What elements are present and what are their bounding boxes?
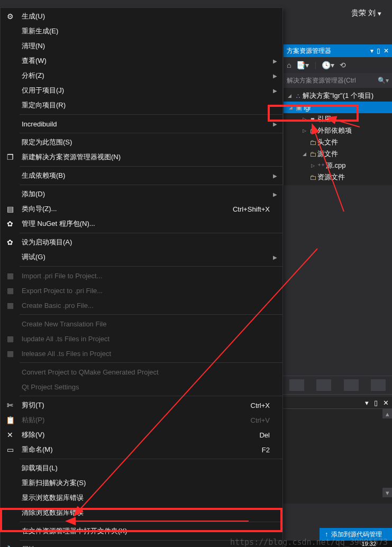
- panel-pin-icon[interactable]: ▯: [377, 47, 380, 54]
- menu-separator: [20, 233, 282, 233]
- menu-item-label: 生成(U): [22, 12, 270, 21]
- tree-expander-icon[interactable]: ◢: [287, 105, 294, 110]
- tool-tab-1[interactable]: [289, 379, 304, 391]
- menu-item-label: 清理(N): [22, 41, 270, 51]
- submenu-arrow-icon: ▶: [273, 173, 277, 179]
- menu-item-label: 仅用于项目(J): [22, 86, 270, 95]
- menu-item[interactable]: 卸载项目(L): [1, 461, 282, 476]
- tree-row[interactable]: ▷■引用: [284, 113, 392, 125]
- menu-item[interactable]: 在文件资源管理器中打开文件夹(X): [1, 524, 282, 539]
- menu-item-label: 生成依赖项(B): [22, 171, 270, 180]
- menu-item-label: 查看(W): [22, 56, 270, 66]
- menu-item-icon: ✄: [5, 401, 15, 409]
- panel-dropdown-icon[interactable]: ▾: [365, 399, 369, 407]
- submenu-arrow-icon: ▶: [273, 73, 277, 79]
- tree-row[interactable]: ▷🗀外部依赖项: [284, 125, 392, 136]
- tree-node-icon: ⁺⁺: [316, 162, 326, 170]
- menu-item[interactable]: ✿设为启动项目(A): [1, 235, 282, 250]
- tool-tab-4[interactable]: [371, 379, 386, 391]
- collapse-icon[interactable]: 📑▾: [296, 61, 309, 69]
- menu-item-label: 新建解决方案资源管理器视图(N): [22, 152, 270, 162]
- menu-item-label: Convert Project to QMake Generated Proje…: [22, 368, 270, 376]
- tree-expander-icon[interactable]: ◢: [300, 151, 308, 157]
- menu-item[interactable]: 添加(D)▶: [1, 187, 282, 202]
- menu-item-icon: ▭: [5, 445, 15, 454]
- tree-node-label: 解决方案"lgr"(1 个项目): [303, 91, 373, 101]
- menu-item-icon: ▦: [5, 334, 15, 343]
- menu-item-icon: ▦: [5, 301, 15, 309]
- home-icon[interactable]: ⌂: [287, 61, 291, 69]
- menu-item[interactable]: 仅用于项目(J)▶: [1, 83, 282, 98]
- tree-node-icon: 🗀: [308, 174, 317, 181]
- submenu-arrow-icon: ▶: [273, 254, 277, 260]
- menu-item[interactable]: 重新生成(E): [1, 24, 282, 39]
- menu-separator: [20, 166, 282, 167]
- panel-dropdown-icon[interactable]: ▾: [370, 47, 373, 54]
- menu-separator: [20, 314, 282, 315]
- sync-icon[interactable]: ⟲: [340, 61, 346, 69]
- tool-tab-3[interactable]: [344, 379, 359, 391]
- menu-item[interactable]: ✕移除(V)Del: [1, 427, 282, 442]
- tree-expander-icon[interactable]: ◢: [286, 93, 293, 98]
- tree-row[interactable]: ◢▣lgr: [284, 102, 392, 113]
- scroll-up-button[interactable]: ▴: [382, 409, 392, 418]
- menu-item-icon: ✕: [5, 431, 15, 439]
- tree-row[interactable]: 🗀资源文件: [284, 171, 392, 183]
- solution-explorer-header[interactable]: 方案资源管理器 ▾ ▯ ✕: [284, 44, 392, 57]
- menu-item[interactable]: 生成依赖项(B)▶: [1, 168, 282, 183]
- menu-item[interactable]: 重定向项目(R): [1, 98, 282, 113]
- menu-item[interactable]: Incredibuild▶: [1, 116, 282, 131]
- tool-tab-2[interactable]: [316, 379, 331, 391]
- panel-close-icon[interactable]: ✕: [383, 399, 389, 407]
- menu-item-label: 重定向项目(R): [22, 101, 270, 110]
- menu-item[interactable]: 查看(W)▶: [1, 53, 282, 68]
- menu-item-label: 设为启动项目(A): [22, 238, 270, 247]
- submenu-arrow-icon: ▶: [273, 192, 277, 197]
- menu-separator: [20, 266, 282, 267]
- menu-item[interactable]: ✄剪切(T)Ctrl+X: [1, 398, 282, 413]
- tree-row[interactable]: ▷⁺⁺源.cpp: [284, 160, 392, 171]
- menu-item-icon: ▦: [5, 286, 15, 295]
- menu-item[interactable]: 清理(N): [1, 39, 282, 53]
- tree-node-icon: ⛬: [293, 92, 303, 100]
- submenu-arrow-icon: ▶: [273, 88, 277, 94]
- user-dropdown-icon[interactable]: ▾: [378, 10, 381, 17]
- solution-explorer-panel: 方案资源管理器 ▾ ▯ ✕ ⌂ 📑▾ | 🕓▾ ⟲ 解决方案资源管理器(Ctrl…: [283, 44, 392, 185]
- user-name[interactable]: 贵荣 刘: [351, 8, 376, 18]
- solution-explorer-toolbar: ⌂ 📑▾ | 🕓▾ ⟲: [284, 57, 392, 73]
- tree-row[interactable]: ◢⛬解决方案"lgr"(1 个项目): [284, 90, 392, 102]
- menu-item[interactable]: 分析(Z)▶: [1, 68, 282, 83]
- menu-item[interactable]: 限定为此范围(S): [1, 135, 282, 150]
- menu-item[interactable]: ✿管理 NuGet 程序包(N)...: [1, 216, 282, 231]
- menu-item: ▦lrelease All .ts Files in Project: [1, 346, 282, 361]
- menu-item[interactable]: ▤类向导(Z)...Ctrl+Shift+X: [1, 202, 282, 216]
- menu-item[interactable]: ❐新建解决方案资源管理器视图(N): [1, 150, 282, 165]
- menu-item[interactable]: ⚙生成(U): [1, 9, 282, 24]
- tool-window-tabs: [283, 376, 392, 395]
- scroll-down-button[interactable]: ▾: [382, 488, 392, 497]
- panel-close-icon[interactable]: ✕: [384, 47, 389, 54]
- panel-pin-icon[interactable]: ▯: [374, 399, 378, 407]
- menu-item[interactable]: 重新扫描解决方案(S): [1, 476, 282, 490]
- menu-item[interactable]: 调试(G)▶: [1, 250, 282, 265]
- solution-search-box[interactable]: 解决方案资源管理器(Ctrl 🔍▾: [284, 73, 392, 88]
- properties-header: ▾ ▯ ✕: [283, 397, 392, 408]
- menu-item-icon: ❐: [5, 153, 15, 161]
- tree-expander-icon[interactable]: ▷: [300, 116, 308, 122]
- menu-item-label: lupdate All .ts Files in Project: [22, 335, 270, 343]
- menu-item-icon: 📋: [5, 416, 15, 424]
- menu-item[interactable]: ▭重命名(M)F2: [1, 442, 282, 457]
- menu-item-label: lrelease All .ts Files in Project: [22, 350, 270, 358]
- watermark-text: https://blog.csdn.net/qq_39095573: [230, 537, 388, 547]
- menu-item-label: 剪切(T): [22, 400, 251, 410]
- refresh-icon[interactable]: 🕓▾: [322, 61, 334, 69]
- menu-item[interactable]: 清除浏览数据库错误: [1, 505, 282, 520]
- tree-expander-icon[interactable]: ▷: [309, 163, 316, 168]
- menu-item[interactable]: 显示浏览数据库错误: [1, 490, 282, 505]
- menu-separator: [20, 522, 282, 522]
- menu-separator: [20, 114, 282, 115]
- tree-row[interactable]: 🗀头文件: [284, 136, 392, 148]
- search-icon[interactable]: 🔍▾: [378, 77, 389, 84]
- tree-row[interactable]: ◢🗀源文件: [284, 148, 392, 160]
- tree-expander-icon[interactable]: ▷: [300, 128, 308, 133]
